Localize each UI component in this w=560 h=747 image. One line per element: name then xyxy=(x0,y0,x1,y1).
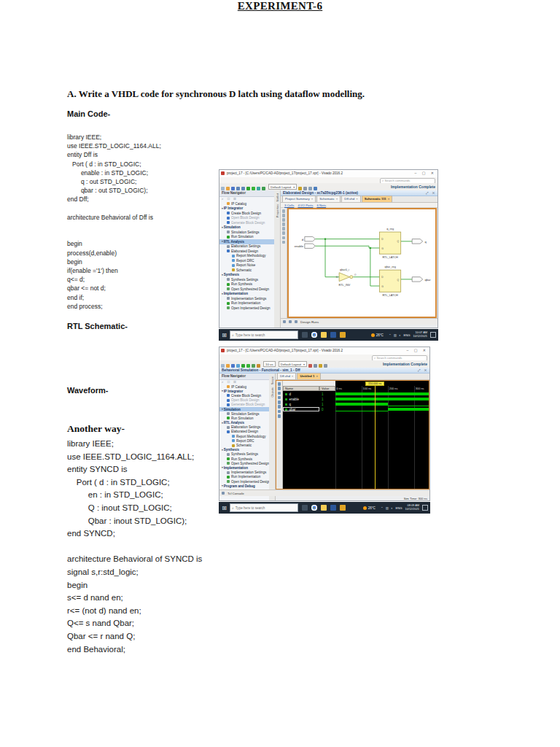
swap-icon[interactable] xyxy=(278,410,281,414)
cursor-icon[interactable] xyxy=(278,396,281,400)
name-column-header[interactable]: Name xyxy=(283,386,319,391)
collapsed-panel-tab-objects[interactable]: Objects xyxy=(271,387,274,398)
collapsed-panel-tab-scope[interactable]: Scope xyxy=(271,376,274,384)
schematic-canvas[interactable]: d enable q_reg D G Q RTL_LATCH qbar0 xyxy=(287,208,437,318)
run-time-field[interactable]: 10 us xyxy=(263,361,276,368)
settings-icon[interactable] xyxy=(278,414,281,418)
schematic-stat-link-6-nets[interactable]: 6 Nets xyxy=(316,204,326,207)
close-icon[interactable]: × xyxy=(388,197,390,201)
task-view-icon[interactable] xyxy=(302,505,308,511)
language-indicator[interactable]: ENG xyxy=(403,333,410,337)
word-icon[interactable] xyxy=(330,505,336,511)
inverter-qbar0-i[interactable]: qbar0_i I0 O RTL_INV xyxy=(336,268,357,287)
catalog-icon xyxy=(227,385,230,388)
latch-qbar-reg[interactable]: qbar_reg D G Q RTL_LATCH xyxy=(380,266,401,296)
signal-name-q[interactable]: q xyxy=(283,402,319,407)
zoom-fit-icon[interactable] xyxy=(278,392,281,395)
code-line: qbar : out STD_LOGIC); xyxy=(67,186,161,195)
wave-segment-low xyxy=(335,411,388,411)
flow-nav-item-open-implemented-design[interactable]: Open Implemented Design xyxy=(219,306,274,311)
weather-icon[interactable] xyxy=(371,333,375,337)
axis-tick-label: 300 ns xyxy=(416,387,424,390)
taskbar-search[interactable]: ⌕Type here to search xyxy=(230,503,298,512)
temperature-text: 26°C xyxy=(376,333,384,337)
another-way-code-block: library IEEE;use IEEE.STD_LOGIC_1164.ALL… xyxy=(67,438,202,656)
tab-project-summary[interactable]: Project Summary× xyxy=(282,196,316,202)
signal-name-qbar[interactable]: qbar xyxy=(283,407,319,412)
waveform-viewer[interactable]: NameValue0 ns100 ns200 ns300 nsd1enable1… xyxy=(276,380,429,489)
taskbar-search[interactable]: ⌕Type here to search xyxy=(230,330,298,339)
gear-icon xyxy=(227,453,230,456)
vivado-taskbar-icon[interactable] xyxy=(340,505,346,511)
language-indicator[interactable]: ENG xyxy=(395,506,402,510)
bottom-panel-label[interactable]: Design Runs xyxy=(300,320,319,324)
latch-q-reg[interactable]: q_reg D G Q RTL_LATCH xyxy=(380,228,401,258)
notification-center-icon[interactable] xyxy=(422,505,428,511)
code-line: end process; xyxy=(67,302,161,311)
axis-gridline xyxy=(414,386,415,489)
signal-name-enable[interactable]: enable xyxy=(283,397,319,402)
cursor-time-flag[interactable]: 150.000 ns xyxy=(365,382,384,386)
schematic-stat-link-4-i-o-ports[interactable]: 4 I/O Ports xyxy=(298,204,313,207)
layout-select[interactable]: Default Layout▾ xyxy=(279,361,307,368)
bottom-panel-label[interactable]: Tcl Console xyxy=(228,492,244,495)
file-explorer-icon[interactable] xyxy=(321,332,327,338)
signal-name-d[interactable]: d xyxy=(283,392,319,397)
close-icon[interactable]: × xyxy=(316,374,318,378)
collapsed-panel-tab-properties[interactable]: Properties xyxy=(276,204,279,217)
play-icon xyxy=(227,417,230,419)
taskbar-clock[interactable]: 08:09 AM10/12/2021 xyxy=(405,504,419,511)
chevron-down-icon: ▾ xyxy=(293,185,295,189)
taskbar-clock[interactable]: 10:07 AM10/12/2021 xyxy=(413,331,427,338)
notification-center-icon[interactable] xyxy=(430,332,436,338)
vivado-taskbar-icon[interactable] xyxy=(340,332,346,338)
task-view-icon[interactable] xyxy=(302,332,308,338)
bottom-panel-bar[interactable]: Tcl Console xyxy=(219,489,429,496)
weather-icon[interactable] xyxy=(363,506,367,510)
volume-icon[interactable]: ◖ xyxy=(391,506,393,510)
input-port-d[interactable]: d xyxy=(302,236,316,241)
wave-tools-strip[interactable] xyxy=(276,381,283,489)
network-icon[interactable]: ▥ xyxy=(394,333,397,337)
start-button[interactable]: ⊞ xyxy=(221,505,228,511)
collapsed-panel-tab-netlist[interactable]: Netlist xyxy=(276,193,279,201)
layout-select[interactable]: Default Layout▾ xyxy=(268,184,297,190)
chrome-icon[interactable] xyxy=(311,505,317,511)
input-port-enable[interactable]: enable xyxy=(295,244,316,248)
measure-icon[interactable] xyxy=(278,405,281,409)
volume-icon[interactable]: ◖ xyxy=(399,333,401,337)
time-cursor[interactable] xyxy=(375,386,376,489)
window-controls[interactable]: – ▢ ✕ xyxy=(407,348,428,352)
panel-controls[interactable]: ⤢ ✕ xyxy=(418,368,428,372)
tab-dff-vhd[interactable]: Dff.vhd× xyxy=(277,373,296,379)
start-button[interactable]: ⊞ xyxy=(221,332,228,338)
tab-schematic[interactable]: Schematic× xyxy=(316,196,341,202)
flow-nav-section-program-and-debug[interactable]: ▾Program and Debug xyxy=(219,484,269,488)
file-explorer-icon[interactable] xyxy=(321,505,327,511)
zoom-out-icon[interactable] xyxy=(278,387,281,390)
bottom-panel-bar[interactable]: Design Runs xyxy=(281,318,438,325)
output-port-q[interactable]: q xyxy=(412,239,427,244)
windows-taskbar: ⊞ ⌕Type here to search 26°C ⌃ ▥ ◖ ENG 08… xyxy=(219,502,430,514)
design-icon xyxy=(227,217,230,220)
tab-dff-vhd[interactable]: Dff.vhd× xyxy=(341,196,360,202)
panel-controls[interactable]: ⤢ ✕ xyxy=(426,191,436,195)
marker-icon[interactable] xyxy=(278,400,281,404)
tray-expand-icon[interactable]: ⌃ xyxy=(381,506,384,510)
close-icon[interactable]: × xyxy=(356,197,358,201)
chrome-icon[interactable] xyxy=(311,332,317,338)
close-icon[interactable]: × xyxy=(292,374,294,378)
zoom-in-icon[interactable] xyxy=(278,382,281,386)
close-icon[interactable]: × xyxy=(311,197,314,201)
schematic-stat-link-3-cells[interactable]: 3 Cells xyxy=(284,204,294,207)
window-controls[interactable]: – ▢ ✕ xyxy=(415,171,436,175)
output-port-qbar[interactable]: qbar xyxy=(412,277,431,282)
word-icon[interactable] xyxy=(330,332,336,338)
schematic-tools-strip[interactable] xyxy=(281,208,287,318)
tab-schematic-111[interactable]: Schematic 111× xyxy=(362,196,393,202)
close-icon[interactable]: × xyxy=(336,197,338,201)
tray-expand-icon[interactable]: ⌃ xyxy=(389,333,392,337)
value-column-header[interactable]: Value xyxy=(319,386,335,391)
network-icon[interactable]: ▥ xyxy=(386,506,389,510)
tab-untitled-1[interactable]: Untitled 1× xyxy=(297,373,321,379)
